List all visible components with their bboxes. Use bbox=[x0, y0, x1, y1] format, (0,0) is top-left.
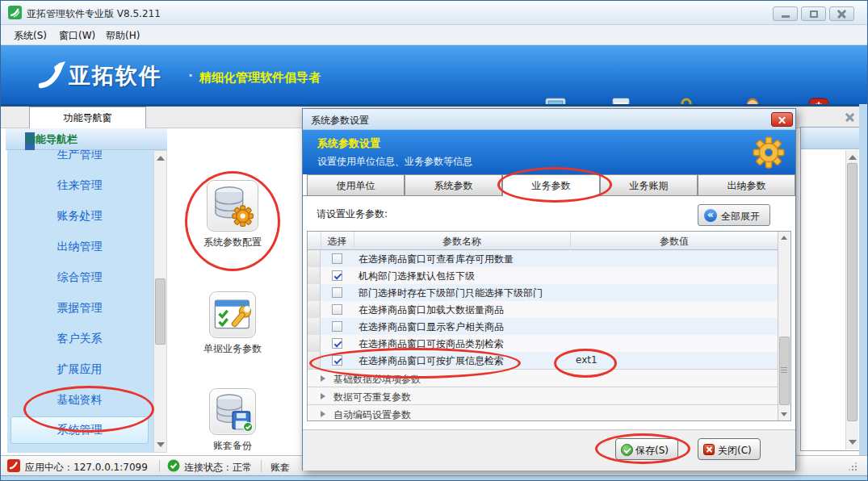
sidebar-item-system-management[interactable]: 系统管理 bbox=[10, 416, 149, 444]
tab-cashier-params[interactable]: 出纳参数 bbox=[698, 174, 795, 196]
tab-system-params[interactable]: 系统参数 bbox=[405, 174, 502, 196]
expand-triangle-icon[interactable] bbox=[321, 375, 325, 382]
scroll-down-icon[interactable] bbox=[781, 412, 787, 416]
row-selector[interactable] bbox=[308, 267, 321, 284]
row-checkbox[interactable] bbox=[332, 270, 342, 281]
table-row[interactable]: 在选择商品窗口可查看库存可用数量 bbox=[308, 250, 778, 267]
row-selector[interactable] bbox=[308, 318, 321, 335]
expand-triangle-icon[interactable] bbox=[321, 411, 325, 417]
param-group-row[interactable]: 自动编码设置参数 bbox=[308, 404, 778, 421]
main-scrollbar[interactable] bbox=[845, 150, 858, 450]
sidebar-item-contacts[interactable]: 往来管理 bbox=[10, 170, 149, 201]
minimize-icon bbox=[782, 15, 790, 18]
dialog-title-bar[interactable]: 系统参数设置 bbox=[303, 109, 795, 130]
scroll-up-icon[interactable] bbox=[781, 236, 787, 240]
minimize-button[interactable] bbox=[773, 6, 798, 21]
table-row[interactable]: 在选择商品窗口可按扩展信息检索 ext1 bbox=[308, 352, 778, 369]
scroll-down-icon[interactable] bbox=[157, 442, 165, 447]
brand-separator: · bbox=[188, 68, 193, 83]
table-row[interactable]: 在选择商品窗口加载大数据量商品 bbox=[308, 301, 778, 318]
table-scrollbar[interactable] bbox=[778, 232, 790, 420]
row-selector[interactable] bbox=[308, 335, 321, 352]
param-group-row[interactable]: 基础数据必填项参数 bbox=[308, 369, 778, 387]
param-name: 机构部门选择默认包括下级 bbox=[359, 270, 475, 283]
row-selector[interactable] bbox=[308, 352, 321, 369]
scroll-thumb[interactable] bbox=[155, 278, 166, 345]
menu-window[interactable]: 窗口(W) bbox=[56, 29, 99, 43]
expand-all-button[interactable]: « 全部展开 bbox=[698, 204, 770, 226]
sidebar-item-extensions[interactable]: 扩展应用 bbox=[10, 354, 149, 385]
save-button[interactable]: 保存(S) bbox=[615, 438, 678, 460]
row-checkbox[interactable] bbox=[332, 338, 342, 349]
expand-all-icon: « bbox=[704, 209, 717, 222]
sidebar-item-production[interactable]: 生产管理 bbox=[10, 150, 149, 170]
tab-business-period[interactable]: 业务账期 bbox=[600, 174, 698, 196]
row-selector[interactable] bbox=[308, 301, 321, 318]
gear-icon bbox=[752, 136, 786, 169]
table-row[interactable]: 机构部门选择默认包括下级 bbox=[308, 267, 778, 284]
expand-triangle-icon[interactable] bbox=[321, 393, 325, 399]
menu-system[interactable]: 系统(S) bbox=[10, 29, 50, 43]
row-checkbox[interactable] bbox=[332, 321, 342, 332]
module-label: 单据业务参数 bbox=[184, 342, 281, 356]
sidebar-item-bills[interactable]: 票据管理 bbox=[10, 293, 149, 324]
param-group-row[interactable]: 数据可否重复参数 bbox=[308, 387, 778, 404]
background-panel bbox=[800, 127, 860, 451]
table-row[interactable]: 在选择商品窗口可按商品类别检索 bbox=[308, 335, 778, 352]
scroll-up-icon[interactable] bbox=[157, 156, 165, 161]
table-row[interactable]: 在选择商品窗口显示客户相关商品 bbox=[308, 318, 778, 335]
param-name: 在选择商品窗口可查看库存可用数量 bbox=[359, 253, 514, 266]
row-selector[interactable] bbox=[308, 284, 321, 301]
sidebar-item-cashier[interactable]: 出纳管理 bbox=[10, 232, 149, 262]
table-row[interactable]: 部门选择时存在下级部门只能选择下级部门 bbox=[308, 284, 778, 301]
row-selector[interactable] bbox=[308, 250, 321, 267]
module-bill-business-params[interactable]: 单据业务参数 bbox=[184, 291, 281, 356]
tab-business-params[interactable]: 业务参数 bbox=[502, 174, 600, 197]
menu-bar: 系统(S) 窗口(W) 帮助(H) bbox=[1, 25, 867, 45]
param-value[interactable]: ext1 bbox=[576, 354, 598, 366]
scroll-thumb[interactable] bbox=[779, 337, 790, 405]
close-button[interactable] bbox=[829, 6, 854, 21]
app-window: 亚拓管理软件专业版 V8.5.211 系统(S) 窗口(W) 帮助(H) 亚拓软… bbox=[0, 0, 868, 481]
menu-help[interactable]: 帮助(H) bbox=[103, 29, 143, 43]
sidebar-item-basic-data[interactable]: 基础资料 bbox=[10, 385, 149, 416]
tab-use-unit[interactable]: 使用单位 bbox=[307, 174, 405, 196]
scroll-thumb[interactable] bbox=[847, 163, 858, 421]
row-checkbox[interactable] bbox=[332, 287, 342, 298]
dialog-header-title: 系统参数设置 bbox=[317, 136, 380, 151]
tab-function-navigator[interactable]: 功能导航窗 bbox=[29, 107, 146, 128]
module-label: 系统参数配置 bbox=[184, 236, 281, 249]
status-connection: 连接状态：正常 bbox=[184, 461, 252, 475]
sidebar-item-crm[interactable]: 客户关系 bbox=[10, 324, 149, 354]
close-x-icon bbox=[703, 444, 715, 455]
row-checkbox[interactable] bbox=[332, 355, 342, 366]
row-checkbox[interactable] bbox=[332, 253, 342, 264]
row-checkbox[interactable] bbox=[332, 304, 342, 315]
window-frame-bottom bbox=[1, 475, 867, 481]
maximize-button[interactable] bbox=[801, 6, 826, 21]
connection-ok-icon bbox=[167, 459, 180, 472]
background-panel-header bbox=[801, 128, 859, 149]
panel-close-icon[interactable] bbox=[844, 111, 857, 123]
dialog-header: 系统参数设置 设置使用单位信息、业务参数等信息 bbox=[303, 130, 795, 174]
scroll-down-icon[interactable] bbox=[849, 440, 857, 445]
window-title: 亚拓管理软件专业版 V8.5.211 bbox=[27, 7, 161, 21]
module-system-param-config[interactable]: 系统参数配置 bbox=[184, 180, 281, 249]
resize-grip[interactable] bbox=[847, 461, 857, 471]
param-name: 在选择商品窗口显示客户相关商品 bbox=[359, 320, 504, 334]
params-prompt: 请设置业务参数: bbox=[317, 207, 388, 221]
brand-name: 亚拓软件 bbox=[69, 61, 162, 90]
module-account-backup[interactable]: 账套备份 bbox=[184, 388, 281, 453]
dialog-header-subtitle: 设置使用单位信息、业务参数等信息 bbox=[317, 155, 472, 169]
param-name: 部门选择时存在下级部门只能选择下级部门 bbox=[359, 287, 543, 300]
dialog-close-button[interactable] bbox=[771, 112, 793, 127]
sidebar-scrollbar[interactable] bbox=[153, 150, 167, 453]
maximize-icon bbox=[810, 10, 818, 18]
sidebar-item-general[interactable]: 综合管理 bbox=[10, 262, 149, 293]
scroll-up-icon[interactable] bbox=[849, 155, 857, 160]
col-param-name: 参数名称 bbox=[354, 235, 570, 249]
module-label: 账套备份 bbox=[184, 439, 281, 453]
sidebar-item-accounting[interactable]: 账务处理 bbox=[10, 201, 149, 232]
close-dialog-button[interactable]: 关闭(C) bbox=[698, 438, 761, 460]
brand-logo-icon bbox=[35, 58, 67, 92]
